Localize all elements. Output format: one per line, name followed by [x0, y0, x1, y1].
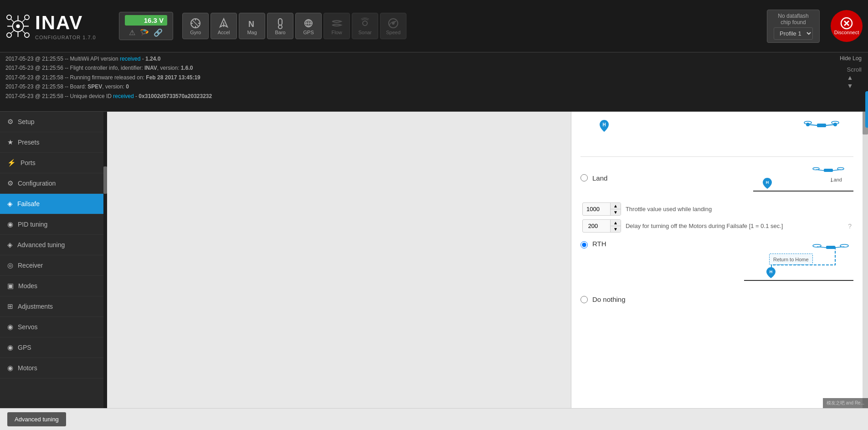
sidebar-item-ports[interactable]: ⚡ Ports: [0, 153, 103, 173]
top-diagram-area: H: [580, 119, 853, 157]
rth-diagram-label: Return to Home: [773, 257, 809, 262]
ports-icon: ⚡: [7, 159, 16, 167]
sidebar-label-servos: Servos: [18, 323, 38, 331]
sidebar-item-advanced-tuning[interactable]: ◈ Advanced tuning: [0, 235, 103, 255]
sensor-mag[interactable]: N Mag: [239, 13, 265, 39]
sidebar-item-setup[interactable]: ⚙ Setup: [0, 112, 103, 132]
sidebar-scrollthumb[interactable]: [103, 166, 107, 194]
sidebar-item-modes[interactable]: ▣ Modes: [0, 276, 103, 296]
land-radio[interactable]: [580, 174, 588, 181]
sidebar-item-failsafe[interactable]: ◈ Failsafe: [0, 194, 103, 214]
logo-area: INAV CONFIGURATOR 1.7.0: [5, 12, 96, 40]
setup-icon: ⚙: [7, 118, 13, 126]
app-name: INAV: [35, 12, 96, 34]
dataflash-display: No dataflash chip found Profile 1 Profil…: [767, 10, 820, 43]
sensor-accel[interactable]: Accel: [211, 13, 237, 39]
sidebar-label-setup: Setup: [18, 118, 35, 125]
land-label: Land: [592, 174, 607, 182]
sidebar-label-gps: GPS: [18, 344, 31, 351]
throttle-decrement-button[interactable]: ▼: [611, 209, 621, 215]
throttle-label: Throttle value used while landing: [626, 206, 852, 212]
sidebar-item-gps[interactable]: ◉ GPS: [0, 337, 103, 358]
ground-line: [753, 191, 853, 192]
log-line-2: 2017-05-23 @ 21:25:56 -- Flight controll…: [5, 63, 863, 73]
gps-nav-icon: ◉: [7, 343, 13, 352]
do-nothing-radio[interactable]: [580, 296, 588, 303]
svg-text:H: H: [770, 269, 773, 274]
throttle-input[interactable]: 1000: [583, 203, 610, 215]
sonar-label: Sonar: [358, 30, 371, 35]
land-option: Land Land: [580, 164, 853, 192]
speed-icon: [387, 17, 400, 30]
sidebar-item-adjustments[interactable]: ⊞ Adjustments: [0, 296, 103, 317]
throttle-input-row: 1000 ▲ ▼ Throttle value used while landi…: [580, 202, 853, 216]
home-marker-rth: H: [766, 267, 776, 280]
land-arrow-icon: ↓: [830, 176, 833, 183]
sensor-gps[interactable]: GPS: [295, 13, 322, 39]
svg-rect-42: [833, 123, 837, 126]
modes-icon: ▣: [7, 282, 14, 290]
advanced-tuning-button[interactable]: Advanced tuning: [7, 412, 66, 426]
flow-label: Flow: [331, 30, 342, 35]
failsafe-icon: ◈: [7, 200, 13, 208]
svg-text:H: H: [766, 180, 769, 185]
sidebar-list: ⚙ Setup ★ Presets ⚡ Ports ⚙ Configuratio…: [0, 112, 103, 430]
svg-rect-41: [806, 123, 810, 126]
adjustments-icon: ⊞: [7, 302, 13, 311]
scroll-down-button[interactable]: ▼: [847, 82, 862, 89]
sensor-gyro[interactable]: Gyro: [182, 13, 209, 39]
help-icon[interactable]: ?: [848, 223, 852, 230]
rth-ground-line: [744, 280, 853, 281]
bottom-bar: Advanced tuning: [0, 408, 868, 430]
sensor-sonar[interactable]: Sonar: [352, 13, 378, 39]
log-line-5: 2017-05-23 @ 21:25:58 -- Unique device I…: [5, 92, 863, 101]
sidebar-label-ports: Ports: [21, 159, 36, 166]
svg-point-50: [837, 168, 844, 170]
sidebar-item-motors[interactable]: ◉ Motors: [0, 358, 103, 378]
scroll-up-button[interactable]: ▲: [847, 74, 862, 81]
sensor-baro[interactable]: Baro: [267, 13, 293, 39]
throttle-increment-button[interactable]: ▲: [611, 203, 621, 209]
sensor-buttons: Gyro Accel N Mag Baro: [182, 13, 406, 39]
sidebar-item-receiver[interactable]: ◎ Receiver: [0, 255, 103, 276]
sidebar-item-pid-tuning[interactable]: ◉ PID tuning: [0, 214, 103, 235]
sidebar-label-failsafe: Failsafe: [17, 200, 40, 207]
profile-select[interactable]: Profile 1 Profile 2 Profile 3: [774, 27, 813, 40]
sidebar-label-modes: Modes: [18, 282, 37, 290]
svg-line-10: [10, 19, 14, 22]
accel-label: Accel: [218, 30, 230, 35]
baro-label: Baro: [275, 30, 285, 35]
baro-icon: [274, 17, 287, 30]
do-nothing-label: Do nothing: [592, 295, 626, 303]
top-drone-icon: [803, 119, 840, 134]
mag-label: Mag: [247, 30, 257, 35]
app-subtitle: CONFIGURATOR 1.7.0: [35, 35, 96, 40]
log-line-1: 2017-05-23 @ 21:25:55 -- MultiWii API ve…: [5, 54, 863, 63]
svg-line-21: [193, 21, 198, 26]
disconnect-button[interactable]: Disconnect: [831, 10, 863, 42]
link-icon: 🔗: [154, 28, 163, 37]
battery-voltage: 16.3 V: [144, 16, 164, 24]
flow-icon: [330, 17, 343, 30]
motor-delay-input[interactable]: 200: [583, 220, 610, 232]
rth-radio[interactable]: [580, 241, 588, 249]
svg-text:N: N: [248, 20, 254, 29]
gyro-label: Gyro: [190, 30, 201, 35]
motor-delay-decrement-button[interactable]: ▼: [611, 226, 621, 232]
disconnect-icon: [840, 17, 853, 30]
do-nothing-option: Do nothing: [580, 295, 853, 303]
motor-delay-increment-button[interactable]: ▲: [611, 220, 621, 226]
svg-point-31: [363, 21, 367, 26]
sensor-speed[interactable]: Speed: [380, 13, 406, 39]
sidebar-item-servos[interactable]: ◉ Servos: [0, 317, 103, 337]
svg-text:H: H: [602, 122, 606, 127]
sidebar-item-configuration[interactable]: ⚙ Configuration: [0, 173, 103, 194]
sidebar-item-presets[interactable]: ★ Presets: [0, 132, 103, 153]
sensor-flow[interactable]: Flow: [324, 13, 350, 39]
hide-log-button[interactable]: Hide Log: [840, 55, 862, 62]
sidebar-label-advanced-tuning: Advanced tuning: [17, 241, 65, 249]
parachute-icon: 🪂: [140, 28, 149, 37]
rth-diagram: Return to Home H: [744, 240, 853, 281]
log-line-3: 2017-05-23 @ 21:25:58 -- Running firmwar…: [5, 73, 863, 82]
warning-icon: ⚠: [129, 28, 135, 37]
